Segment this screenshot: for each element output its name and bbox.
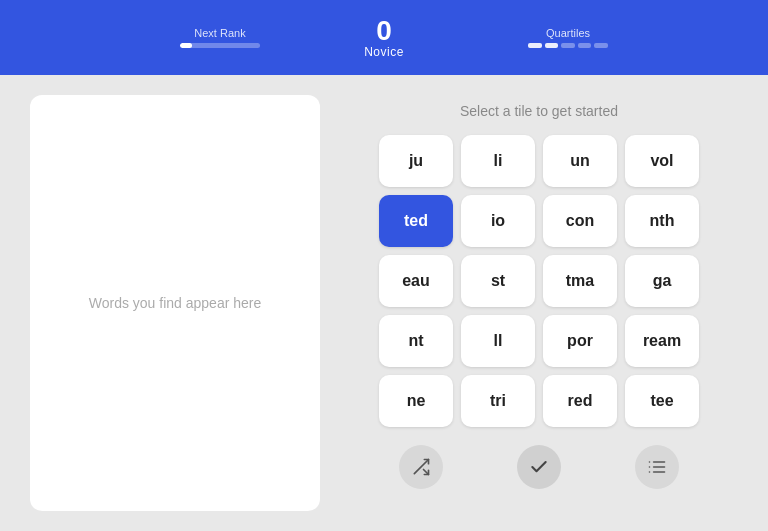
shuffle-button[interactable]	[399, 445, 443, 489]
shuffle-icon	[411, 457, 431, 477]
quartiles-bar	[528, 43, 608, 48]
quartile-1	[528, 43, 542, 48]
list-icon	[647, 457, 667, 477]
tile-con[interactable]: con	[543, 195, 617, 247]
tile-ream[interactable]: ream	[625, 315, 699, 367]
controls	[379, 445, 699, 489]
tile-io[interactable]: io	[461, 195, 535, 247]
score-section: 0 Novice	[364, 17, 404, 59]
tile-li[interactable]: li	[461, 135, 535, 187]
quartile-5	[594, 43, 608, 48]
tile-grid: juliunvoltedioconntheausttmagantllporrea…	[379, 135, 699, 427]
tile-ted[interactable]: ted	[379, 195, 453, 247]
next-rank-section: Next Rank	[180, 27, 260, 48]
quartile-4	[578, 43, 592, 48]
word-list-placeholder: Words you find appear here	[89, 295, 262, 311]
header: Next Rank 0 Novice Quartiles	[0, 0, 768, 75]
tile-ga[interactable]: ga	[625, 255, 699, 307]
quartile-3	[561, 43, 575, 48]
tile-por[interactable]: por	[543, 315, 617, 367]
rank-label: Novice	[364, 45, 404, 59]
tile-ju[interactable]: ju	[379, 135, 453, 187]
tile-tma[interactable]: tma	[543, 255, 617, 307]
score-value: 0	[376, 17, 392, 45]
tile-nt[interactable]: nt	[379, 315, 453, 367]
quartiles-label: Quartiles	[546, 27, 590, 39]
game-panel: Select a tile to get started juliunvolte…	[340, 95, 738, 511]
tile-ll[interactable]: ll	[461, 315, 535, 367]
next-rank-label: Next Rank	[194, 27, 245, 39]
tile-vol[interactable]: vol	[625, 135, 699, 187]
tile-un[interactable]: un	[543, 135, 617, 187]
tile-eau[interactable]: eau	[379, 255, 453, 307]
tile-tri[interactable]: tri	[461, 375, 535, 427]
tile-tee[interactable]: tee	[625, 375, 699, 427]
quartiles-section: Quartiles	[528, 27, 608, 48]
quartile-2	[545, 43, 559, 48]
word-list-panel: Words you find appear here	[30, 95, 320, 511]
next-rank-bar	[180, 43, 260, 48]
tile-st[interactable]: st	[461, 255, 535, 307]
check-icon	[529, 457, 549, 477]
check-button[interactable]	[517, 445, 561, 489]
tile-ne[interactable]: ne	[379, 375, 453, 427]
main-content: Words you find appear here Select a tile…	[0, 75, 768, 531]
list-button[interactable]	[635, 445, 679, 489]
select-hint: Select a tile to get started	[460, 103, 618, 119]
tile-nth[interactable]: nth	[625, 195, 699, 247]
tile-red[interactable]: red	[543, 375, 617, 427]
next-rank-fill	[180, 43, 192, 48]
